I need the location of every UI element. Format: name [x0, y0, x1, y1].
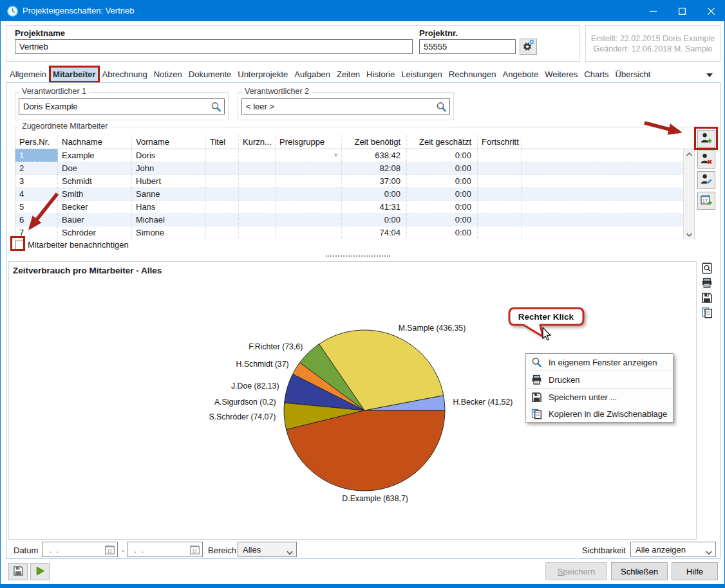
- preview-button[interactable]: [701, 262, 713, 275]
- tab-übersicht[interactable]: Übersicht: [613, 67, 654, 82]
- table-cell-vorname[interactable]: John: [132, 162, 206, 175]
- employees-table[interactable]: Pers.Nr.NachnameVornameTitelKurzn...Prei…: [15, 135, 694, 240]
- table-cell-fortschritt[interactable]: [478, 175, 522, 188]
- sichtbarkeit-select[interactable]: Alle anzeigen: [630, 542, 716, 557]
- table-cell-preisgruppe[interactable]: [276, 162, 342, 175]
- search-icon[interactable]: [436, 102, 447, 113]
- tab-historie[interactable]: Historie: [364, 67, 397, 82]
- column-header-zeit_benoetigt[interactable]: Zeit benötigt: [342, 135, 407, 149]
- minimize-button[interactable]: [639, 1, 668, 21]
- column-header-fortschritt[interactable]: Fortschritt: [478, 135, 522, 149]
- table-cell-fortschritt[interactable]: [478, 201, 522, 214]
- tab-weiteres[interactable]: Weiteres: [542, 67, 580, 82]
- column-header-nachname[interactable]: Nachname: [58, 135, 132, 149]
- table-cell-nachname[interactable]: Becker: [58, 201, 132, 214]
- remove-employee-button[interactable]: [697, 151, 715, 169]
- table-cell-pers_nr[interactable]: 5: [15, 201, 58, 214]
- close-button[interactable]: [697, 1, 725, 21]
- tab-mitarbeiter[interactable]: Mitarbeiter: [50, 67, 98, 82]
- print-button[interactable]: [701, 277, 713, 290]
- responsible1-field[interactable]: [19, 98, 225, 115]
- table-cell-kurzname[interactable]: [239, 226, 276, 239]
- scroll-down-icon[interactable]: [684, 230, 695, 239]
- menu-item-drucken[interactable]: Drucken: [526, 371, 673, 388]
- table-cell-kurzname[interactable]: [239, 149, 276, 162]
- scroll-up-icon[interactable]: [684, 149, 695, 159]
- table-cell-preisgruppe[interactable]: [276, 188, 342, 201]
- table-cell-kurzname[interactable]: [239, 188, 276, 201]
- table-cell-zeit_geschaetzt[interactable]: 0:00: [407, 149, 478, 162]
- tab-aufgaben[interactable]: Aufgaben: [292, 67, 333, 82]
- tab-allgemein[interactable]: Allgemein: [7, 67, 49, 82]
- table-cell-titel[interactable]: [206, 188, 239, 201]
- table-cell-kurzname[interactable]: [239, 162, 276, 175]
- menu-item-kopieren[interactable]: Kopieren in die Zwischenablage: [526, 405, 673, 422]
- table-cell-preisgruppe[interactable]: [276, 226, 342, 239]
- tab-notizen[interactable]: Notizen: [151, 67, 185, 82]
- table-cell-titel[interactable]: [206, 162, 239, 175]
- edit-employee-button[interactable]: [697, 171, 715, 189]
- table-cell-titel[interactable]: [206, 201, 239, 214]
- column-header-vorname[interactable]: Vorname: [132, 135, 206, 149]
- table-cell-kurzname[interactable]: [239, 214, 276, 226]
- table-cell-vorname[interactable]: Doris: [132, 149, 206, 162]
- splitter-handle[interactable]: [326, 255, 390, 257]
- tab-dokumente[interactable]: Dokumente: [186, 67, 234, 82]
- table-cell-zeit_benoetigt[interactable]: 638:42: [342, 149, 407, 162]
- project-nr-input[interactable]: [419, 39, 516, 54]
- table-cell-preisgruppe[interactable]: [276, 175, 342, 188]
- table-cell-zeit_geschaetzt[interactable]: 0:00: [407, 214, 478, 226]
- table-cell-pers_nr[interactable]: 4: [15, 188, 58, 201]
- table-cell-vorname[interactable]: Hans: [132, 201, 206, 214]
- tab-charts[interactable]: Charts: [581, 67, 611, 82]
- table-cell-fortschritt[interactable]: [478, 188, 522, 201]
- table-cell-vorname[interactable]: Sanne: [132, 188, 206, 201]
- table-cell-zeit_geschaetzt[interactable]: 0:00: [407, 226, 478, 239]
- table-cell-nachname[interactable]: Schmidt: [58, 175, 132, 188]
- save-button[interactable]: Speichern: [545, 562, 607, 580]
- table-cell-titel[interactable]: [206, 226, 239, 239]
- table-cell-zeit_benoetigt[interactable]: 41:31: [342, 201, 407, 214]
- combo-arrow-icon[interactable]: ▾: [334, 151, 337, 160]
- table-cell-pers_nr[interactable]: 3: [15, 175, 58, 188]
- bereich-select[interactable]: Alles: [238, 542, 297, 557]
- date-to-field[interactable]: 12: [127, 542, 203, 557]
- responsible2-input[interactable]: [242, 99, 449, 114]
- table-cell-vorname[interactable]: Simone: [132, 226, 206, 239]
- column-header-titel[interactable]: Titel: [206, 135, 239, 149]
- table-cell-titel[interactable]: [206, 214, 239, 226]
- tab-zeiten[interactable]: Zeiten: [334, 67, 362, 82]
- tab-overflow-icon[interactable]: [706, 70, 713, 80]
- table-cell-nachname[interactable]: Bauer: [58, 214, 132, 226]
- table-cell-titel[interactable]: [206, 175, 239, 188]
- column-header-zeit_geschaetzt[interactable]: Zeit geschätzt: [407, 135, 478, 149]
- tab-abrechnung[interactable]: Abrechnung: [100, 67, 150, 82]
- column-header-preisgruppe[interactable]: Preisgruppe: [276, 135, 342, 149]
- table-cell-preisgruppe[interactable]: [276, 214, 342, 226]
- pie-chart[interactable]: H.Becker (41,52)M.Sample (436,35)F.Richt…: [194, 316, 529, 509]
- notify-employees-checkbox[interactable]: [15, 241, 24, 250]
- maximize-button[interactable]: [668, 1, 697, 21]
- table-cell-zeit_geschaetzt[interactable]: 0:00: [407, 162, 478, 175]
- table-cell-nachname[interactable]: Doe: [58, 162, 132, 175]
- table-cell-pers_nr[interactable]: 2: [15, 162, 58, 175]
- quick-save-button[interactable]: [8, 563, 28, 580]
- table-cell-preisgruppe[interactable]: [276, 201, 342, 214]
- column-header-kurzname[interactable]: Kurzn...: [239, 135, 276, 149]
- menu-item-speichern[interactable]: Speichern unter ...: [526, 389, 673, 405]
- tab-rechnungen[interactable]: Rechnungen: [446, 67, 499, 82]
- responsible2-field[interactable]: [241, 98, 450, 115]
- calendar-icon[interactable]: 12: [104, 544, 115, 555]
- project-settings-button[interactable]: [520, 39, 537, 55]
- table-cell-pers_nr[interactable]: 7: [15, 226, 58, 239]
- table-cell-zeit_benoetigt[interactable]: 0:00: [342, 214, 407, 226]
- table-cell-pers_nr[interactable]: 1: [15, 149, 58, 162]
- add-employee-button[interactable]: [697, 130, 715, 148]
- date-from-field[interactable]: 12: [42, 542, 118, 557]
- run-button[interactable]: [30, 563, 50, 580]
- table-cell-zeit_geschaetzt[interactable]: 0:00: [407, 175, 478, 188]
- table-cell-zeit_benoetigt[interactable]: 0:00: [342, 188, 407, 201]
- tab-unterprojekte[interactable]: Unterprojekte: [235, 67, 290, 82]
- table-cell-kurzname[interactable]: [239, 201, 276, 214]
- save-chart-button[interactable]: [701, 292, 713, 305]
